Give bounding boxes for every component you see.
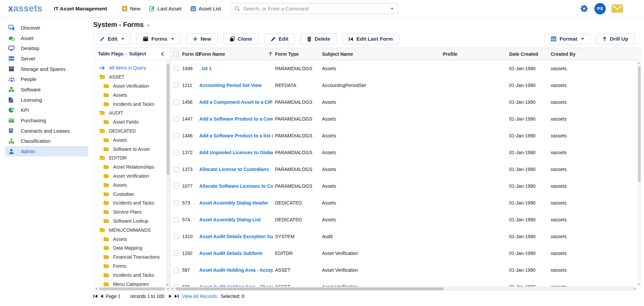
table-vertical-scrollbar[interactable]: ▴ ▾: [637, 61, 641, 286]
delete-button[interactable]: Delete: [301, 34, 337, 44]
sidebar-item-contracts-and-leases[interactable]: Contracts and Leases: [5, 126, 88, 136]
first-page-icon[interactable]: [93, 294, 98, 298]
row-checkbox[interactable]: [174, 184, 179, 189]
cell-form-name-link[interactable]: Asset Assembly Dialog List: [199, 211, 273, 228]
sidebar-item-licensing[interactable]: Licensing: [5, 95, 88, 105]
new-button[interactable]: New: [186, 34, 218, 44]
tree-item-menu-categories[interactable]: Menu Categories: [95, 279, 166, 287]
cell-form-name-link[interactable]: Asset Audit Details Subform: [199, 245, 273, 262]
tree-vertical-scrollbar[interactable]: ▾: [166, 60, 170, 287]
row-checkbox[interactable]: [174, 201, 179, 206]
quicklink-new[interactable]: New: [122, 6, 140, 12]
cell-form-name-link[interactable]: Allocate License to Custodians: [199, 161, 273, 178]
row-checkbox[interactable]: [174, 117, 179, 122]
row-checkbox[interactable]: [174, 251, 179, 256]
tree-item-audit[interactable]: AUDIT: [95, 108, 166, 118]
scroll-left-arrow-icon[interactable]: ◂: [171, 287, 173, 290]
select-all-checkbox[interactable]: [174, 51, 179, 56]
tree-item-financial-transactions[interactable]: Financial Transactions: [95, 253, 166, 262]
last-page-icon[interactable]: [174, 294, 179, 298]
table-row[interactable]: 1447Add a Software Product to a Computer…: [171, 111, 642, 127]
edit-button[interactable]: Edit: [93, 34, 131, 44]
search-box[interactable]: [230, 3, 398, 14]
row-checkbox[interactable]: [174, 234, 179, 239]
cell-form-name-link[interactable]: Add a Software Product to a Computer: [199, 111, 273, 127]
tree-item-dedicated[interactable]: DEDICATED: [95, 127, 166, 136]
drill-up-button[interactable]: Drill Up: [596, 34, 635, 44]
row-checkbox[interactable]: [174, 66, 179, 71]
collapse-panel-icon[interactable]: [161, 52, 167, 56]
row-checkbox[interactable]: [174, 150, 179, 155]
table-row[interactable]: 1499_txt 1PARAMDIALOGSAssets01-Jan-1990x…: [171, 60, 642, 77]
breadcrumb-parent[interactable]: Table Flags: [98, 51, 123, 56]
column-header-created-by[interactable]: Created By: [551, 48, 576, 60]
table-horizontal-scrollbar[interactable]: ◂ ▸: [171, 287, 636, 291]
cell-form-name-link[interactable]: Asset Assembly Dialog Header: [199, 194, 273, 211]
tree-item-asset-fields[interactable]: Asset Fields: [95, 118, 166, 127]
search-input[interactable]: [243, 6, 390, 11]
scrollbar-thumb[interactable]: [175, 288, 444, 290]
column-header-form-type[interactable]: Form Type: [275, 48, 299, 60]
cell-form-name-link[interactable]: Accounting Period Set View: [199, 77, 273, 94]
gear-icon[interactable]: [580, 4, 589, 13]
scroll-right-arrow-icon[interactable]: ▸: [167, 287, 169, 290]
tree-item-software-to-asset[interactable]: Software to Asset: [95, 144, 166, 154]
cell-form-name-link[interactable]: Asset Audit Holding Area - Accept Change…: [199, 262, 273, 278]
column-header-date-created[interactable]: Date Created: [509, 48, 538, 60]
tree-item-data-mapping[interactable]: Data Mapping: [95, 244, 166, 253]
row-checkbox[interactable]: [174, 268, 179, 273]
cell-form-name-link[interactable]: Allocate Software Licenses to Computers: [199, 178, 273, 194]
tree-item-asset-verification[interactable]: Asset Verification: [95, 172, 166, 181]
sidebar-item-admin[interactable]: Admin: [5, 146, 88, 157]
tree-item-asset[interactable]: ASSET: [95, 73, 166, 82]
tree-item-incidents-and-tasks[interactable]: Incidents and Tasks: [95, 270, 166, 279]
table-row[interactable]: 574Asset Assembly Dialog ListDEDICATEDAs…: [171, 211, 642, 228]
scrollbar-thumb[interactable]: [638, 66, 641, 182]
tree-item-editor[interactable]: EDITOR: [95, 154, 166, 163]
row-checkbox[interactable]: [174, 133, 179, 138]
cell-form-name-link[interactable]: Asset Audit Holding Area - Change Audit: [199, 278, 273, 287]
cell-form-name-link[interactable]: Add a Software Product to a list of Comp…: [199, 127, 273, 144]
app-logo[interactable]: xassets: [8, 3, 43, 14]
table-row[interactable]: 596Asset Audit Holding Area - Change Aud…: [171, 278, 642, 287]
tree-item-assets[interactable]: Assets: [95, 135, 166, 144]
scrollbar-thumb[interactable]: [167, 64, 169, 175]
sidebar-item-desktop[interactable]: Desktop: [5, 43, 88, 53]
quicklink-asset-list[interactable]: Asset List: [191, 6, 221, 12]
sidebar-item-classification[interactable]: Classification: [5, 136, 88, 146]
tree-horizontal-scrollbar[interactable]: ◂ ▸: [95, 287, 170, 291]
sidebar-item-software[interactable]: Software: [5, 84, 88, 95]
avatar[interactable]: PX: [594, 3, 606, 14]
table-row[interactable]: 1310Asset Audit Details Exception SubFor…: [171, 228, 642, 245]
chevron-down-icon[interactable]: [390, 8, 394, 10]
table-row[interactable]: 1373Allocate License to CustodiansPARAMD…: [171, 161, 642, 178]
edit-last-form-button[interactable]: Edit Last Form: [342, 34, 399, 44]
tree-item-assets[interactable]: Assets: [95, 90, 166, 99]
format-button[interactable]: Format: [544, 34, 591, 44]
scroll-down-arrow-icon[interactable]: ▾: [638, 282, 640, 286]
previous-page-icon[interactable]: [100, 294, 103, 298]
cell-form-name-link[interactable]: Add a Component Asset to a CIP Asset: [199, 94, 273, 111]
sidebar-item-discover[interactable]: Discover: [5, 23, 88, 33]
quicklink-last-asset[interactable]: Last Asset: [149, 6, 181, 12]
row-checkbox[interactable]: [174, 217, 179, 222]
scroll-down-arrow-icon[interactable]: ▾: [167, 283, 168, 286]
sort-ascending-icon[interactable]: [268, 48, 273, 60]
tree-item-asset-relationships[interactable]: Asset Relationships: [95, 163, 166, 172]
table-row[interactable]: 597Asset Audit Holding Area - Accept Cha…: [171, 262, 642, 278]
row-checkbox[interactable]: [174, 167, 179, 172]
sidebar-item-people[interactable]: People: [5, 74, 88, 84]
sidebar-item-purchasing[interactable]: Purchasing: [5, 115, 88, 126]
tree-item-software-lookup[interactable]: Software Lookup: [95, 217, 166, 226]
envelope-icon[interactable]: [611, 4, 623, 13]
row-checkbox[interactable]: [174, 100, 179, 105]
tree-item-custodian[interactable]: Custodian: [95, 189, 166, 199]
table-row[interactable]: 573Asset Assembly Dialog HeaderDEDICATED…: [171, 194, 642, 211]
tree-item-menucommands[interactable]: MENUCOMMANDS: [95, 225, 166, 234]
sidebar-item-kpi[interactable]: KPI: [5, 105, 88, 116]
table-row[interactable]: 1077Allocate Software Licenses to Comput…: [171, 178, 642, 194]
table-row[interactable]: 1211Accounting Period Set ViewREFDATAAcc…: [171, 77, 642, 94]
tree-item-forms[interactable]: Forms: [95, 262, 166, 271]
next-page-icon[interactable]: [169, 294, 172, 298]
cell-form-name-link[interactable]: Add Unpooled Licenses to Global: [199, 144, 273, 161]
